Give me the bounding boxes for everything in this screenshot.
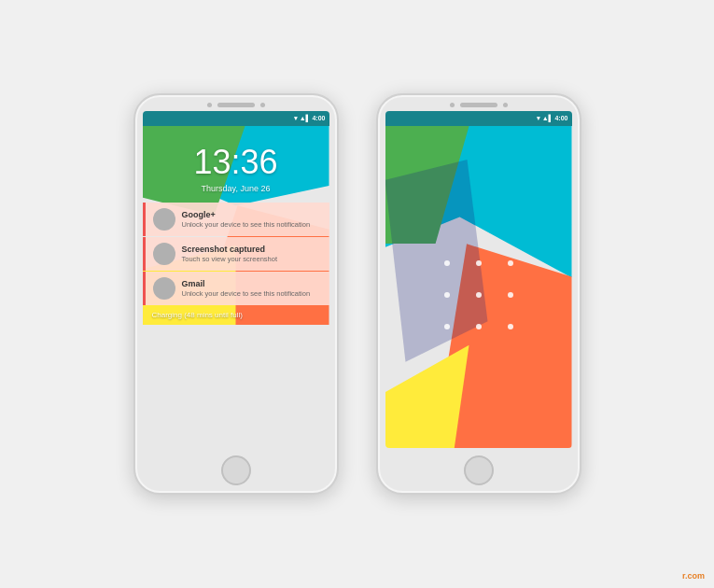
notification-gmail[interactable]: Gmail Unlock your device to see this not…	[143, 272, 329, 305]
notifications-area: Google+ Unlock your device to see this n…	[143, 203, 329, 305]
lock-date: Thursday, June 26	[143, 184, 329, 193]
status-bar-1: ▾ ▲▌ 4:00	[143, 111, 329, 126]
pattern-dot-6[interactable]	[508, 292, 513, 298]
pattern-dot-5[interactable]	[476, 292, 482, 298]
pattern-dot-8[interactable]	[476, 324, 482, 329]
speaker-grille-2	[460, 103, 497, 107]
pattern-grid[interactable]	[426, 242, 532, 348]
charging-status: Charging (48 mins until full)	[143, 305, 329, 325]
notif-title-google-plus: Google+	[182, 210, 322, 219]
speaker-grille	[217, 103, 255, 107]
home-button-2[interactable]	[464, 455, 494, 485]
pattern-dot-2[interactable]	[476, 260, 482, 266]
phone-1: ▾ ▲▌ 4:00 13:36 Thursday, June 26	[133, 93, 339, 495]
sensor-dot-2	[503, 103, 508, 107]
notif-icon-gmail	[153, 277, 175, 300]
status-bar-2: ▾ ▲▌ 4:00	[385, 111, 572, 126]
home-button-1[interactable]	[221, 455, 251, 485]
notif-text-google-plus: Google+ Unlock your device to see this n…	[182, 210, 322, 229]
pattern-dot-4[interactable]	[444, 292, 450, 298]
status-bar-2-text: ▾ ▲▌ 4:00	[537, 115, 568, 122]
pattern-content[interactable]	[385, 126, 572, 448]
watermark: r.com	[682, 571, 705, 581]
sensor-dot	[260, 103, 265, 107]
pattern-dot-1[interactable]	[444, 260, 450, 266]
phone-1-top	[135, 95, 337, 111]
notif-text-gmail: Gmail Unlock your device to see this not…	[182, 279, 322, 298]
lockscreen-content: 13:36 Thursday, June 26 Google+ Unlock y…	[143, 126, 329, 325]
lock-time-area: 13:36 Thursday, June 26	[143, 126, 329, 203]
pattern-screen	[385, 126, 572, 448]
pattern-dot-9[interactable]	[508, 324, 513, 329]
notification-google-plus[interactable]: Google+ Unlock your device to see this n…	[143, 203, 329, 236]
lock-time: 13:36	[143, 143, 329, 182]
notification-screenshot[interactable]: Screenshot captured Touch so view your s…	[143, 237, 329, 271]
notif-icon-screenshot	[153, 243, 175, 265]
camera-dot-2	[450, 103, 455, 107]
notif-body-google-plus: Unlock your device to see this notificat…	[182, 220, 322, 229]
phone-2-screen: ▾ ▲▌ 4:00	[385, 111, 572, 448]
phone-2: ▾ ▲▌ 4:00	[376, 93, 581, 495]
notif-body-screenshot: Touch so view your screenshot	[182, 255, 322, 263]
notif-title-screenshot: Screenshot captured	[182, 245, 322, 254]
notif-icon-google-plus	[153, 208, 175, 231]
pattern-dot-3[interactable]	[508, 260, 513, 266]
notif-title-gmail: Gmail	[182, 279, 322, 288]
phone-1-screen: ▾ ▲▌ 4:00 13:36 Thursday, June 26	[143, 111, 329, 448]
lockscreen: 13:36 Thursday, June 26 Google+ Unlock y…	[143, 126, 329, 325]
status-bar-1-text: ▾ ▲▌ 4:00	[294, 115, 326, 122]
phone-1-bottom	[135, 448, 337, 493]
camera-dot	[207, 103, 212, 107]
notif-text-screenshot: Screenshot captured Touch so view your s…	[182, 245, 322, 263]
notif-body-gmail: Unlock your device to see this notificat…	[182, 289, 322, 298]
pattern-dot-7[interactable]	[444, 324, 450, 329]
phone-2-top	[378, 95, 580, 111]
phone-2-bottom	[378, 448, 580, 493]
